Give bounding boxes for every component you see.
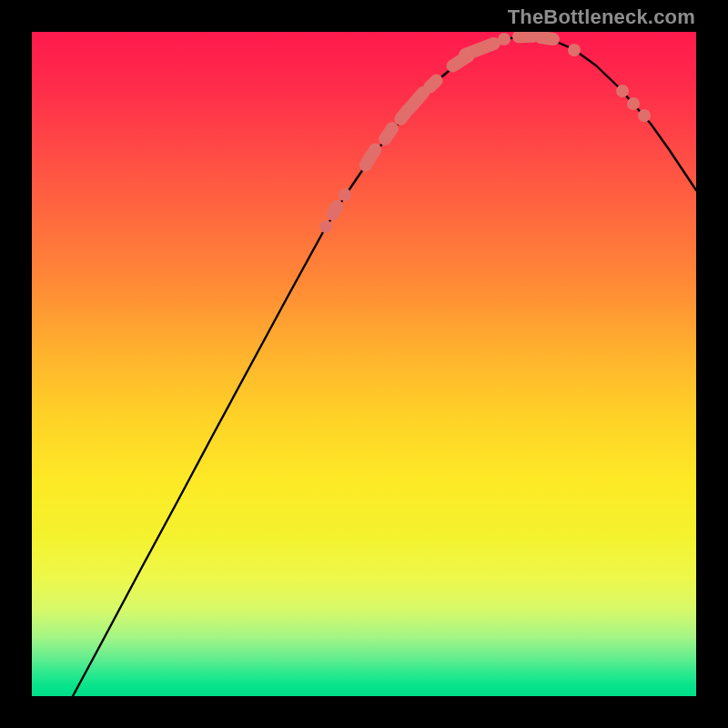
chart-plot-area <box>32 32 696 696</box>
chart-background-gradient <box>32 32 696 696</box>
watermark-text: TheBottleneck.com <box>508 5 695 29</box>
